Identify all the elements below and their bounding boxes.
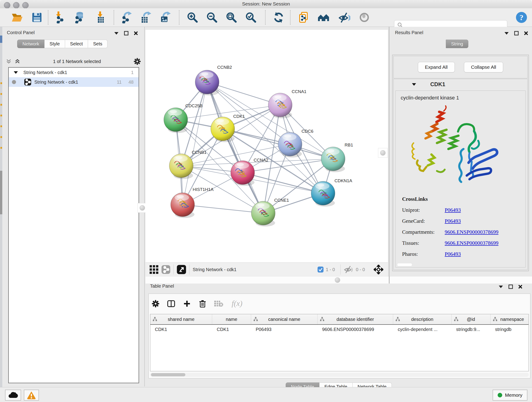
node-CDC25B[interactable]: CDC25B (164, 103, 203, 133)
panel-menu-icon[interactable] (114, 32, 119, 35)
network-row[interactable]: String Network - cdk1 11 48 (9, 77, 139, 87)
node-CDKN1A[interactable]: CDKN1A (311, 178, 352, 206)
string-gray-icon[interactable] (162, 265, 170, 274)
results-scrollbar-thumb[interactable] (397, 263, 412, 266)
birdseye-grid-icon[interactable] (150, 265, 158, 274)
zoom-selected-button[interactable] (244, 11, 258, 24)
import-network-button[interactable] (52, 11, 67, 24)
panel-menu-icon[interactable] (498, 285, 503, 288)
svg-text:CDC6: CDC6 (302, 129, 313, 134)
crosslink-link[interactable]: 9606.ENSP00000378699 (445, 240, 499, 246)
shared-column-icon (152, 317, 157, 321)
crosslink-link[interactable]: P06493 (445, 218, 461, 224)
network-canvas[interactable]: CCNB2 CCNA1 CDC25B CDK1 (146, 30, 388, 262)
table-cell[interactable]: 9606.ENSP00000378699 (317, 327, 393, 332)
gear-icon[interactable] (134, 58, 141, 65)
column-header--id[interactable]: @id (452, 314, 491, 324)
node-HIST1H1A[interactable]: HIST1H1A (171, 187, 214, 218)
node-CCNE1[interactable]: CCNE1 (251, 198, 289, 226)
column-header-namespace[interactable]: namespace (491, 314, 529, 324)
tab-string[interactable]: String (446, 40, 468, 48)
clone-network-button[interactable] (296, 11, 311, 24)
tab-sets[interactable]: Sets (88, 40, 108, 48)
export-network-button[interactable] (119, 11, 133, 24)
tab-style[interactable]: Style (44, 40, 65, 48)
tab-select[interactable]: Select (65, 40, 88, 48)
column-header-name[interactable]: name (212, 314, 251, 324)
export-table-button[interactable] (138, 11, 153, 24)
table-row[interactable]: CDK1CDK1P064939606.ENSP00000378699cyclin… (150, 325, 529, 334)
node-RB1[interactable]: RB1 (321, 143, 353, 172)
svg-text:CDK1: CDK1 (233, 114, 245, 119)
network-collection-row[interactable]: String Network - cdk1 1 (9, 68, 139, 77)
edge-CDC6-CCNB1[interactable] (181, 144, 290, 166)
plus-icon[interactable] (183, 300, 191, 307)
table-cell[interactable]: CDK1 (150, 327, 212, 332)
table-hscrollbar[interactable] (150, 373, 529, 377)
node-table[interactable]: shared namenamecanonical namedatabase id… (150, 314, 529, 371)
splitter-handle-right[interactable] (378, 148, 388, 158)
crosshair-icon[interactable] (374, 265, 383, 274)
column-header-database-identifier[interactable]: database identifier (317, 314, 393, 324)
memory-button[interactable]: Memory (493, 390, 527, 401)
tab-network[interactable]: Network (17, 40, 44, 48)
import-table-button[interactable] (93, 11, 108, 24)
shared-column-icon (320, 317, 324, 321)
open-file-button[interactable] (10, 11, 24, 24)
gear-icon[interactable] (152, 300, 159, 307)
first-neighbors-button[interactable] (316, 11, 331, 24)
import-database-button[interactable] (71, 11, 86, 24)
panel-float-icon[interactable] (124, 31, 128, 36)
save-session-button[interactable] (30, 11, 44, 24)
crosslink-link[interactable]: 9606.ENSP00000378699 (445, 229, 499, 235)
selected-checkbox-icon[interactable] (317, 267, 323, 273)
zoom-fit-button[interactable] (224, 11, 239, 24)
crosslink-link[interactable]: P06493 (445, 207, 461, 213)
collapse-all-button[interactable]: Collapse All (464, 62, 503, 72)
columns-icon[interactable] (167, 300, 175, 308)
section-expander-icon[interactable] (412, 83, 417, 86)
refresh-button[interactable] (271, 11, 286, 24)
show-all-button[interactable] (357, 11, 372, 24)
external-link-icon[interactable] (177, 265, 186, 274)
panel-menu-icon[interactable] (504, 32, 509, 35)
hidden-eye-icon[interactable] (344, 266, 353, 274)
node-CCNB2[interactable]: CCNB2 (195, 65, 232, 95)
help-button[interactable]: ? (514, 11, 529, 24)
panel-close-icon[interactable] (524, 31, 528, 36)
edge-CCNB2-HIST1H1A[interactable] (183, 82, 207, 205)
expand-all-icon[interactable] (15, 59, 20, 64)
edge-CCNB2-CCNE1[interactable] (207, 82, 263, 213)
zoom-out-button[interactable] (205, 11, 219, 24)
panel-float-icon[interactable] (508, 284, 513, 289)
node-CCNA1[interactable]: CCNA1 (268, 89, 306, 118)
table-cell[interactable]: stringdb:9... (452, 327, 491, 332)
column-header-shared-name[interactable]: shared name (150, 314, 212, 324)
panel-close-icon[interactable] (518, 284, 523, 289)
crosslink-link[interactable]: P06493 (445, 251, 461, 257)
export-image-button[interactable] (158, 11, 172, 24)
warning-button[interactable] (24, 390, 39, 401)
node-CCNB1[interactable]: CCNB1 (169, 150, 206, 179)
column-header-description[interactable]: description (393, 314, 452, 324)
expand-all-button[interactable]: Expand All (418, 62, 455, 72)
horizontal-splitter[interactable] (146, 276, 532, 284)
column-header-canonical-name[interactable]: canonical name (251, 314, 317, 324)
panel-close-icon[interactable] (133, 31, 138, 36)
node-CDK1[interactable]: CDK1 (211, 114, 245, 142)
cloud-button[interactable] (5, 390, 21, 401)
trash-icon[interactable] (199, 299, 206, 308)
crosslink-row: Pharos:P06493 (402, 251, 499, 257)
node-CDC6[interactable]: CDC6 (278, 129, 313, 157)
collapse-all-icon[interactable] (6, 59, 12, 64)
gene-header[interactable]: CDK1 (394, 79, 527, 89)
table-cell[interactable]: cyclin-dependent ... (393, 327, 452, 332)
table-cell[interactable]: CDK1 (212, 327, 251, 332)
table-cell[interactable]: stringdb (491, 327, 529, 332)
table-cell[interactable]: P06493 (251, 327, 317, 332)
cytoscape-window: Session: New Session ? Control Panel Net… (0, 0, 532, 402)
panel-float-icon[interactable] (514, 31, 519, 36)
zoom-in-button[interactable] (185, 11, 200, 24)
hide-selected-button[interactable] (337, 11, 352, 24)
collection-expander-icon[interactable] (13, 70, 18, 74)
